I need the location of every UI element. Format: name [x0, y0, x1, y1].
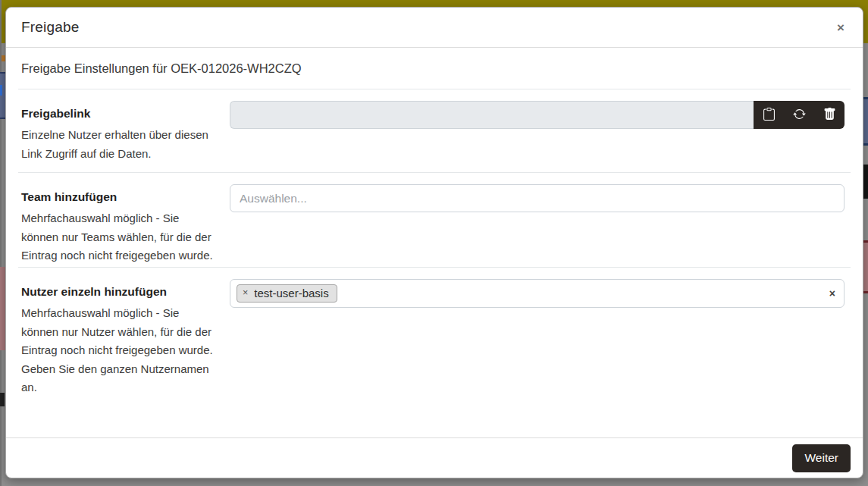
share-link-actions [754, 101, 844, 129]
modal-title: Freigabe [21, 19, 80, 36]
modal-footer: Weiter [6, 437, 863, 478]
add-team-label: Team hinzufügen [21, 190, 216, 204]
clear-selection-icon[interactable]: × [829, 288, 835, 299]
weiter-button[interactable]: Weiter [792, 444, 851, 472]
refresh-button[interactable] [784, 101, 814, 129]
share-link-description: Einzelne Nutzer erhalten über diesen Lin… [21, 126, 216, 163]
close-icon[interactable]: × [834, 18, 848, 37]
copy-icon [763, 108, 776, 123]
add-team-row: Team hinzufügen Mehrfachauswahl möglich … [6, 173, 863, 267]
freigabe-modal: Freigabe × Freigabe Einstellungen für OE… [5, 7, 863, 478]
selected-user-tag-label: test-user-basis [254, 287, 328, 299]
background-dark-fragment-left [0, 393, 5, 406]
trash-icon [823, 108, 836, 123]
share-link-label: Freigabelink [21, 107, 216, 121]
add-team-description: Mehrfachauswahl möglich - Sie können nur… [21, 209, 216, 265]
background-blue-accent [0, 85, 2, 96]
remove-tag-icon[interactable]: × [243, 288, 248, 298]
add-user-label: Nutzer einzeln hinzufügen [21, 285, 216, 299]
background-black-panel-right [863, 165, 868, 199]
background-blue-panel-left [0, 72, 5, 119]
copy-button[interactable] [754, 101, 784, 129]
selected-user-tag: × test-user-basis [237, 284, 337, 303]
modal-header: Freigabe × [6, 8, 863, 48]
share-link-row: Freigabelink Einzelne Nutzer erhalten üb… [6, 89, 863, 172]
refresh-icon [793, 108, 806, 123]
add-user-row: Nutzer einzeln hinzufügen Mehrfachauswah… [6, 268, 863, 437]
delete-button[interactable] [814, 101, 844, 129]
background-blue-panel-right [863, 97, 868, 146]
team-select-input[interactable] [230, 184, 844, 212]
share-link-group [230, 101, 844, 129]
background-red-panel-right [863, 240, 868, 293]
background-pink-panel-left [0, 267, 5, 350]
share-link-input[interactable] [230, 101, 754, 129]
add-user-description: Mehrfachauswahl möglich - Sie können nur… [21, 304, 216, 397]
user-multiselect[interactable]: × test-user-basis × [230, 279, 844, 308]
modal-subtitle: Freigabe Einstellungen für OEK-012026-WH… [6, 48, 863, 89]
